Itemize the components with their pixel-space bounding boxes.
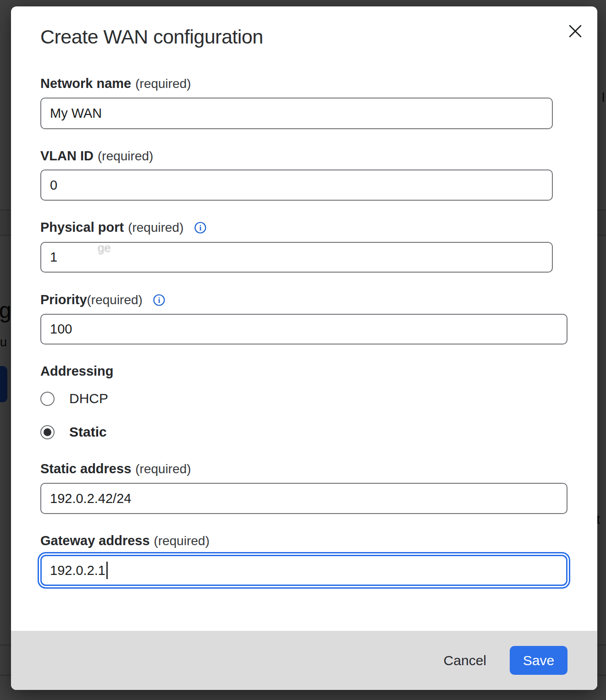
cancel-button[interactable]: Cancel <box>442 648 488 673</box>
radio-label: Static <box>69 424 107 440</box>
render-artifact: ge <box>98 241 111 255</box>
radio-unselected-icon <box>40 392 55 406</box>
physical-port-input[interactable] <box>40 242 553 273</box>
close-button[interactable] <box>563 19 587 43</box>
required-hint: (required) <box>87 293 143 307</box>
static-address-input[interactable] <box>40 483 567 514</box>
physical-port-info-icon[interactable]: i <box>194 221 207 234</box>
gateway-address-value: 192.0.2.1 <box>50 563 105 578</box>
create-wan-configuration-dialog: Create WAN configuration Network name (r… <box>11 6 597 690</box>
save-button[interactable]: Save <box>510 646 567 675</box>
addressing-heading: Addressing <box>40 364 114 379</box>
screen: g u : l t Create WAN configuration Netwo… <box>0 0 606 700</box>
required-hint: (required) <box>154 534 209 548</box>
dialog-footer: Cancel Save <box>11 631 597 690</box>
addressing-option-dhcp[interactable]: DHCP <box>40 391 108 406</box>
priority-info-icon[interactable]: i <box>153 294 165 306</box>
svg-text:i: i <box>199 224 201 232</box>
required-hint: (required) <box>135 462 191 476</box>
vlan-id-input[interactable] <box>40 170 553 201</box>
priority-label: Priority (required) i <box>40 292 165 307</box>
required-hint: (required) <box>135 77 191 91</box>
radio-selected-icon <box>40 425 55 439</box>
dialog-title: Create WAN configuration <box>40 26 263 48</box>
label-text: Physical port <box>40 220 124 235</box>
required-hint: (required) <box>128 220 183 235</box>
static-address-label: Static address (required) <box>40 461 191 476</box>
required-hint: (required) <box>98 149 153 164</box>
radio-label: DHCP <box>69 391 108 406</box>
gateway-address-label: Gateway address (required) <box>40 533 209 548</box>
label-text: Network name <box>40 76 131 91</box>
network-name-input[interactable] <box>40 98 553 129</box>
network-name-label: Network name (required) <box>40 76 191 91</box>
addressing-option-static[interactable]: Static <box>40 424 107 440</box>
physical-port-label: Physical port (required) i <box>40 220 207 235</box>
label-text: VLAN ID <box>40 148 94 164</box>
vlan-id-label: VLAN ID (required) <box>40 148 153 164</box>
text-cursor <box>106 562 108 579</box>
close-icon <box>567 22 584 40</box>
label-text: Static address <box>40 461 131 476</box>
label-text: Priority <box>40 292 87 307</box>
priority-input[interactable] <box>40 314 567 345</box>
svg-text:i: i <box>158 296 160 305</box>
label-text: Gateway address <box>40 533 150 548</box>
gateway-address-input[interactable]: 192.0.2.1 <box>40 555 567 586</box>
